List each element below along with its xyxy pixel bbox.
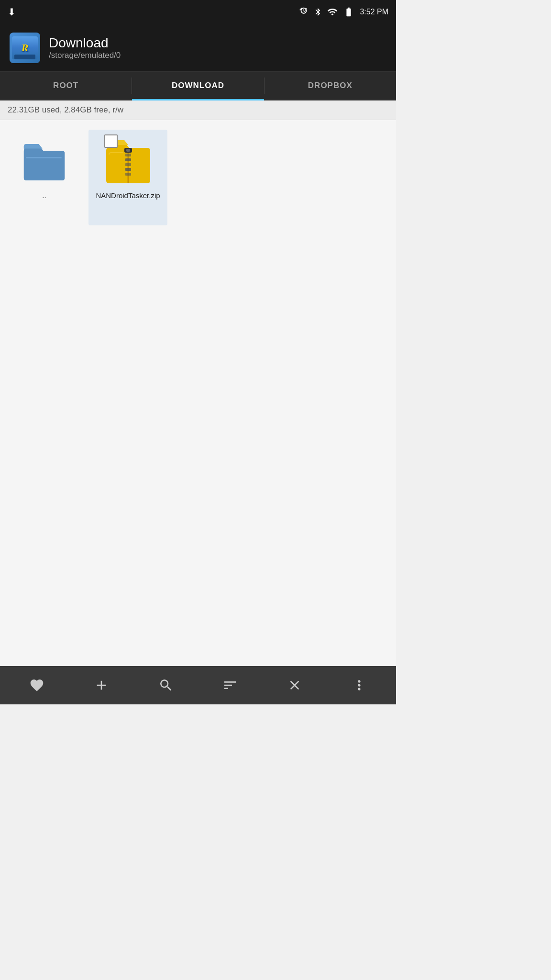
tab-bar: ROOT DOWNLOAD DROPBOX (0, 72, 396, 100)
battery-icon (342, 7, 355, 17)
svg-rect-9 (126, 149, 130, 152)
tab-root[interactable]: ROOT (0, 72, 132, 100)
svg-rect-7 (125, 173, 131, 176)
storage-info: 22.31GB used, 2.84GB free, r/w (0, 100, 396, 120)
header-path: /storage/emulated/0 (49, 51, 121, 60)
favorite-button[interactable] (5, 666, 69, 704)
file-name-parent: .. (42, 191, 46, 200)
app-icon-letter: R (22, 42, 29, 54)
app-header: R Download /storage/emulated/0 (0, 24, 396, 72)
svg-rect-6 (125, 168, 131, 171)
zip-checkbox (104, 134, 118, 148)
svg-rect-4 (125, 158, 131, 161)
bottom-nav (0, 666, 396, 704)
more-button[interactable] (327, 666, 391, 704)
alarm-icon (298, 7, 309, 17)
tab-dropbox[interactable]: DROPBOX (264, 72, 396, 100)
header-title: Download (49, 35, 121, 51)
close-button[interactable] (263, 666, 327, 704)
svg-rect-5 (125, 163, 131, 166)
status-time: 3:52 PM (360, 8, 388, 16)
file-grid: .. (0, 120, 396, 666)
filter-icon (222, 678, 238, 693)
storage-info-text: 22.31GB used, 2.84GB free, r/w (8, 105, 123, 114)
tab-download[interactable]: DOWNLOAD (132, 72, 264, 100)
file-item-nandroid[interactable]: NANDroidTasker.zip (88, 130, 167, 225)
download-status-icon: ⬇ (8, 6, 16, 18)
bluetooth-icon (314, 7, 322, 17)
status-right-icons: 3:52 PM (298, 7, 388, 17)
file-name-nandroid: NANDroidTasker.zip (96, 191, 160, 200)
status-left-icons: ⬇ (8, 6, 16, 18)
heart-icon (29, 678, 44, 693)
file-item-parent[interactable]: .. (5, 130, 84, 225)
app-icon: R (10, 33, 40, 63)
add-button[interactable] (69, 666, 134, 704)
app-icon-drawer (14, 55, 35, 59)
zip-icon-nandroid (104, 134, 152, 187)
filter-button[interactable] (198, 666, 263, 704)
search-icon (158, 678, 174, 693)
header-text: Download /storage/emulated/0 (49, 35, 121, 60)
signal-icon (327, 7, 338, 17)
svg-rect-3 (125, 154, 131, 156)
folder-icon-parent (21, 134, 68, 187)
more-icon (352, 678, 367, 693)
plus-icon (94, 678, 109, 693)
close-icon (287, 678, 302, 693)
status-bar: ⬇ 3:52 PM (0, 0, 396, 24)
search-button[interactable] (133, 666, 198, 704)
